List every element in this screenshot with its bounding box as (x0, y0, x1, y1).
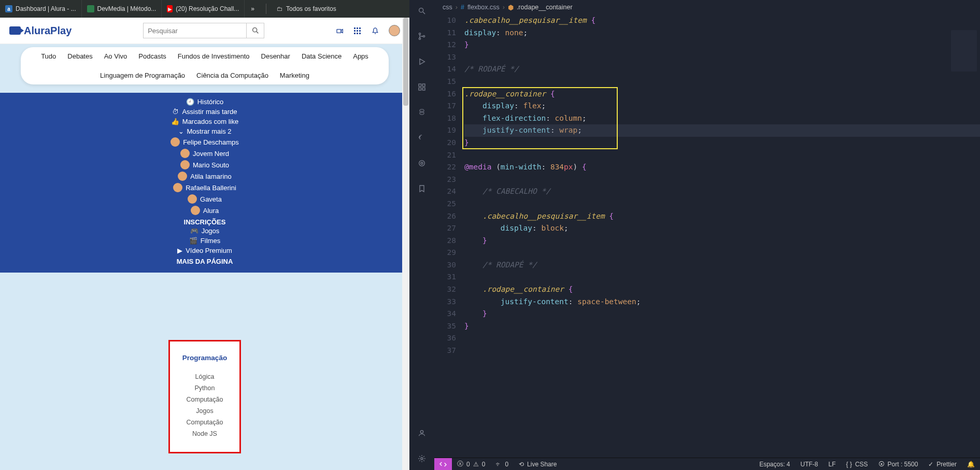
category-chip[interactable]: Podcasts (138, 52, 166, 60)
status-port[interactable]: ⦿Port : 5500 (873, 461, 924, 468)
channel-avatar-icon (171, 137, 180, 147)
sidebar-item-assistir-mais-tarde[interactable]: ⏱Assistir mais tarde (0, 107, 409, 117)
status-lang[interactable]: { }CSS (841, 461, 873, 468)
python-icon[interactable] (418, 107, 426, 118)
footer-zone: Programação LógicaPythonComputaçãoJogosC… (0, 340, 409, 470)
status-bell[interactable]: 🔔 (962, 461, 980, 468)
sidebar-item-jogos[interactable]: 🎮Jogos (0, 226, 409, 236)
status-problems[interactable]: ⓧ0 ⚠0 (452, 460, 490, 468)
category-chip[interactable]: Marketing (280, 72, 309, 79)
search-button[interactable] (247, 23, 264, 38)
sidebar-item-mostrar-mais[interactable]: ⌄Mostrar mais 2 (0, 126, 409, 136)
check-icon: ✓ (928, 461, 933, 468)
minimap[interactable] (951, 30, 977, 72)
code-content[interactable]: .cabecalho__pesquisar__item {display: no… (464, 15, 980, 458)
user-avatar[interactable] (389, 25, 400, 36)
svg-point-12 (375, 33, 376, 34)
extensions-icon[interactable] (418, 81, 426, 92)
sidebar-item-marcados-like[interactable]: 👍Marcados com like (0, 117, 409, 126)
category-chip[interactable]: Apps (353, 52, 368, 60)
status-prettier[interactable]: ✓Prettier (923, 461, 962, 468)
gitlens-icon[interactable] (418, 158, 426, 168)
browser-tab-bar: a Dashboard | Alura - ... DevMedia | Mét… (0, 0, 409, 18)
svg-rect-8 (359, 30, 361, 32)
category-chip[interactable]: Ciência da Computação (196, 72, 268, 79)
apps-grid-icon[interactable] (353, 26, 362, 35)
category-chip[interactable]: Debates (67, 52, 92, 60)
category-chip[interactable]: Desenhar (261, 52, 290, 60)
page-spacer (0, 273, 409, 340)
breadcrumb-sep: › (456, 4, 458, 11)
scrollbar-thumb[interactable] (403, 18, 408, 106)
gear-icon[interactable] (418, 453, 426, 464)
sidebar-channel-item[interactable]: Jovem Nerd (0, 148, 409, 159)
svg-rect-10 (357, 33, 358, 34)
category-chip[interactable]: Linguagem de Programação (100, 72, 185, 79)
camera-plus-icon[interactable] (336, 26, 344, 35)
search-icon[interactable] (418, 5, 426, 16)
sidebar-channel-item[interactable]: Felipe Deschamps (0, 136, 409, 148)
status-encoding[interactable]: UTF-8 (796, 461, 823, 468)
lang-icon: { } (846, 461, 852, 468)
status-radio[interactable]: ᯤ0 (490, 461, 514, 468)
footer-programming-card: Programação LógicaPythonComputaçãoJogosC… (168, 340, 241, 453)
status-liveshare[interactable]: ⟲Live Share (514, 461, 562, 468)
category-chip[interactable]: Ao Vivo (104, 52, 127, 60)
breadcrumb-folder[interactable]: css (443, 4, 452, 11)
svg-rect-5 (359, 27, 361, 29)
sidebar-channel-item[interactable]: Alura (0, 205, 409, 216)
share-icon[interactable] (418, 132, 426, 143)
sidebar-channel-item[interactable]: Rafaella Ballerini (0, 182, 409, 193)
breadcrumb-file[interactable]: flexbox.css (467, 4, 500, 11)
search-input[interactable] (143, 23, 247, 38)
bookmark-icon[interactable] (418, 183, 426, 194)
breadcrumb[interactable]: css › # flexbox.css › ⬢ .rodape__contain… (434, 0, 980, 15)
source-control-icon[interactable] (418, 31, 426, 41)
svg-rect-20 (422, 88, 425, 91)
footer-card-item[interactable]: Computação (174, 417, 235, 428)
sidebar-section-inscricoes: INSCRIÇÕES (0, 218, 409, 226)
browser-tab-youtube[interactable]: ▶ (20) Resolução Chall... (162, 0, 245, 18)
footer-card-title: Programação (174, 354, 235, 362)
sidebar-item-historico[interactable]: 🕘Histórico (0, 97, 409, 107)
search-icon (251, 26, 260, 35)
footer-card-item[interactable]: Node JS (174, 428, 235, 439)
code-editor[interactable]: 1011121314151617181920212223242526272829… (434, 15, 980, 458)
footer-card-item[interactable]: Lógica (174, 371, 235, 382)
category-chip[interactable]: Fundos de Investimento (178, 52, 250, 60)
sidebar-channel-item[interactable]: Atila Iamarino (0, 170, 409, 182)
page-scrollbar[interactable] (402, 18, 409, 470)
channel-avatar-icon (191, 206, 200, 215)
status-spaces[interactable]: Espaços: 4 (754, 461, 795, 468)
browser-tab-devmedia[interactable]: DevMedia | Método... (82, 0, 162, 18)
site-logo[interactable]: AluraPlay (9, 25, 72, 37)
remote-button[interactable] (434, 458, 452, 470)
tab-label: (20) Resolução Chall... (176, 5, 239, 12)
svg-rect-21 (422, 84, 425, 87)
sidebar-label: Filmes (201, 237, 220, 245)
favorites-folder[interactable]: 🗀 Todos os favoritos (272, 5, 342, 12)
sidebar-channel-item[interactable]: Mario Souto (0, 159, 409, 170)
svg-rect-2 (337, 29, 341, 33)
sidebar-item-video-premium[interactable]: ▶Vídeo Premium (0, 246, 409, 255)
breadcrumb-symbol[interactable]: .rodape__container (517, 4, 573, 11)
run-debug-icon[interactable] (418, 56, 426, 67)
account-icon[interactable] (418, 428, 426, 438)
web-page: AluraPlay (0, 18, 409, 470)
logo-text: AluraPlay (24, 25, 72, 37)
browser-tab-alura[interactable]: a Dashboard | Alura - ... (0, 0, 82, 18)
footer-card-item[interactable]: Jogos (174, 405, 235, 417)
category-chip[interactable]: Data Science (302, 52, 342, 60)
tabs-overflow-button[interactable]: » (245, 5, 261, 12)
sidebar-item-filmes[interactable]: 🎬Filmes (0, 236, 409, 246)
bell-icon[interactable] (371, 26, 379, 35)
footer-card-item[interactable]: Python (174, 382, 235, 394)
sidebar-channel-item[interactable]: Gaveta (0, 193, 409, 205)
footer-card-item[interactable]: Computação (174, 394, 235, 405)
channel-avatar-icon (180, 149, 190, 158)
category-chip[interactable]: Tudo (41, 52, 56, 60)
status-eol[interactable]: LF (823, 461, 841, 468)
svg-point-15 (419, 33, 420, 35)
symbol-icon: ⬢ (508, 4, 514, 11)
clock-icon: ⏱ (172, 108, 179, 116)
